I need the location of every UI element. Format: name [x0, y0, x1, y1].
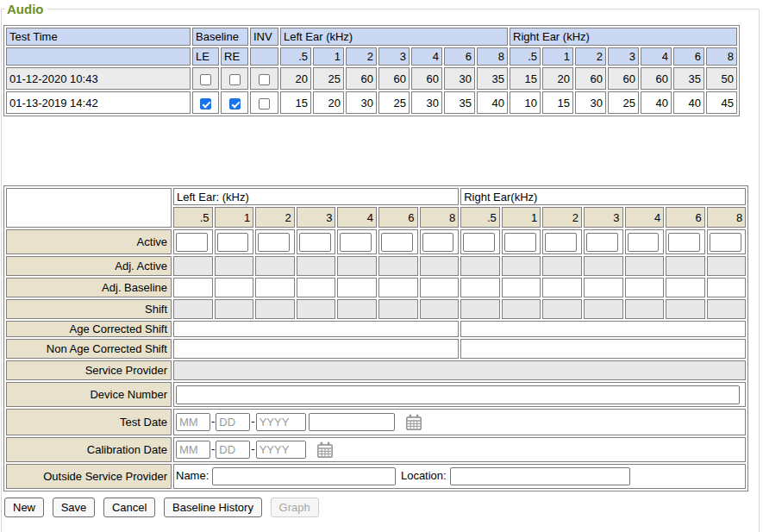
- test-date-month-input[interactable]: [176, 413, 210, 431]
- adj-active-cell: [378, 256, 418, 276]
- cancel-button[interactable]: Cancel: [103, 498, 155, 517]
- calendar-icon[interactable]: [316, 441, 334, 459]
- shift-cell: [173, 299, 213, 319]
- test-date-year-input[interactable]: [256, 413, 306, 431]
- left-ear-header: Left Ear (kHz): [280, 28, 508, 46]
- outside-location-input[interactable]: [450, 467, 630, 485]
- baseline-le-checkbox[interactable]: [200, 98, 211, 110]
- right-ear-header: Right Ear (kHz): [510, 28, 737, 46]
- re-subheader: RE: [221, 47, 248, 66]
- freq-header: 6: [666, 207, 705, 228]
- age-corrected-shift-left-cell: [173, 321, 459, 337]
- test-date-label: Test Date: [6, 409, 172, 435]
- test-time-cell: 01-12-2020 10:43: [6, 67, 191, 90]
- adj-baseline-cell: [215, 278, 254, 297]
- age-corrected-shift-label: Age Corrected Shift: [6, 321, 172, 337]
- shift-cell: [420, 299, 460, 319]
- freq-header: 2: [575, 47, 606, 66]
- threshold-cell: 60: [608, 67, 639, 90]
- calibration-date-year-input[interactable]: [256, 441, 306, 459]
- shift-cell: [625, 299, 665, 319]
- active-input[interactable]: [176, 233, 208, 252]
- save-button[interactable]: Save: [53, 498, 96, 517]
- non-age-corrected-shift-left-cell: [173, 339, 459, 359]
- active-input[interactable]: [504, 233, 536, 252]
- history-row[interactable]: 01-12-2020 10:43 20 25 60 60 60 30 35 15…: [6, 67, 737, 90]
- freq-header: 1: [313, 47, 344, 66]
- service-provider-label: Service Provider: [6, 360, 172, 380]
- calibration-date-month-input[interactable]: [176, 441, 210, 459]
- inv-checkbox[interactable]: [259, 74, 270, 85]
- baseline-re-checkbox[interactable]: [229, 98, 241, 110]
- active-input[interactable]: [299, 233, 331, 252]
- threshold-cell: 60: [575, 67, 606, 90]
- threshold-cell: 15: [542, 91, 573, 114]
- test-date-day-input[interactable]: [216, 413, 250, 431]
- active-input[interactable]: [381, 233, 413, 252]
- active-input[interactable]: [217, 233, 249, 252]
- graph-button: Graph: [271, 498, 319, 517]
- test-date-time-input[interactable]: [309, 413, 395, 431]
- adj-baseline-cell: [707, 278, 747, 297]
- active-input[interactable]: [545, 233, 577, 252]
- shift-cell: [297, 299, 336, 319]
- active-input[interactable]: [668, 233, 700, 252]
- adj-active-cell: [625, 256, 665, 276]
- active-input[interactable]: [710, 233, 741, 252]
- new-button[interactable]: New: [4, 498, 44, 517]
- freq-header: 4: [625, 207, 665, 228]
- active-label: Active: [6, 229, 172, 254]
- outside-service-provider-label: Outside Service Provider: [6, 464, 172, 489]
- shift-cell: [584, 299, 623, 319]
- device-number-input[interactable]: [176, 385, 740, 404]
- adj-baseline-cell: [625, 278, 665, 297]
- inv-checkbox[interactable]: [259, 98, 270, 110]
- audio-history-table: Test Time Baseline INV Left Ear (kHz) Ri…: [3, 25, 740, 116]
- active-input[interactable]: [463, 233, 495, 252]
- freq-header: 3: [378, 47, 410, 66]
- calibration-date-day-input[interactable]: [216, 441, 250, 459]
- button-bar: New Save Cancel Baseline History Graph: [4, 498, 752, 517]
- adj-active-cell: [297, 256, 336, 276]
- threshold-cell: 35: [673, 67, 704, 90]
- baseline-le-checkbox[interactable]: [200, 74, 211, 85]
- threshold-cell: 40: [673, 91, 704, 114]
- freq-header: 2: [255, 207, 295, 228]
- audio-entry-table: Left Ear: (kHz) Right Ear(kHz) .5 1 2 3 …: [3, 185, 748, 491]
- active-input[interactable]: [258, 233, 290, 252]
- age-corrected-shift-right-cell: [460, 321, 746, 337]
- freq-header: 6: [378, 207, 418, 228]
- non-age-corrected-shift-label: Non Age Corrected Shift: [6, 339, 172, 359]
- form-corner-cell: [6, 188, 172, 228]
- calendar-icon[interactable]: [405, 414, 422, 431]
- shift-cell: [215, 299, 254, 319]
- threshold-cell: 20: [542, 67, 573, 90]
- active-input[interactable]: [340, 233, 372, 252]
- freq-header: 6: [673, 47, 704, 66]
- freq-header: 1: [542, 47, 573, 66]
- adj-active-cell: [502, 256, 541, 276]
- baseline-re-checkbox[interactable]: [229, 74, 241, 85]
- freq-header: 2: [346, 47, 377, 66]
- freq-header: 2: [542, 207, 582, 228]
- adj-active-cell: [173, 256, 213, 276]
- active-input[interactable]: [586, 233, 618, 252]
- active-input[interactable]: [628, 233, 660, 252]
- baseline-header: Baseline: [192, 28, 248, 46]
- test-time-subheader: [6, 47, 191, 66]
- threshold-cell: 30: [575, 91, 606, 114]
- threshold-cell: 30: [444, 67, 475, 90]
- date-separator: -: [251, 442, 254, 455]
- adj-active-cell: [215, 256, 254, 276]
- freq-header: 8: [706, 47, 737, 66]
- threshold-cell: 40: [641, 91, 672, 114]
- history-row[interactable]: 01-13-2019 14:42 15 20 30 25 30 35 40 10…: [6, 91, 737, 114]
- freq-header: 4: [411, 47, 442, 66]
- outside-name-input[interactable]: [212, 467, 396, 485]
- active-input[interactable]: [422, 233, 454, 252]
- baseline-history-button[interactable]: Baseline History: [164, 498, 262, 517]
- adj-active-cell: [460, 256, 500, 276]
- shift-cell: [460, 299, 500, 319]
- freq-header: 8: [420, 207, 460, 228]
- adj-baseline-cell: [337, 278, 377, 297]
